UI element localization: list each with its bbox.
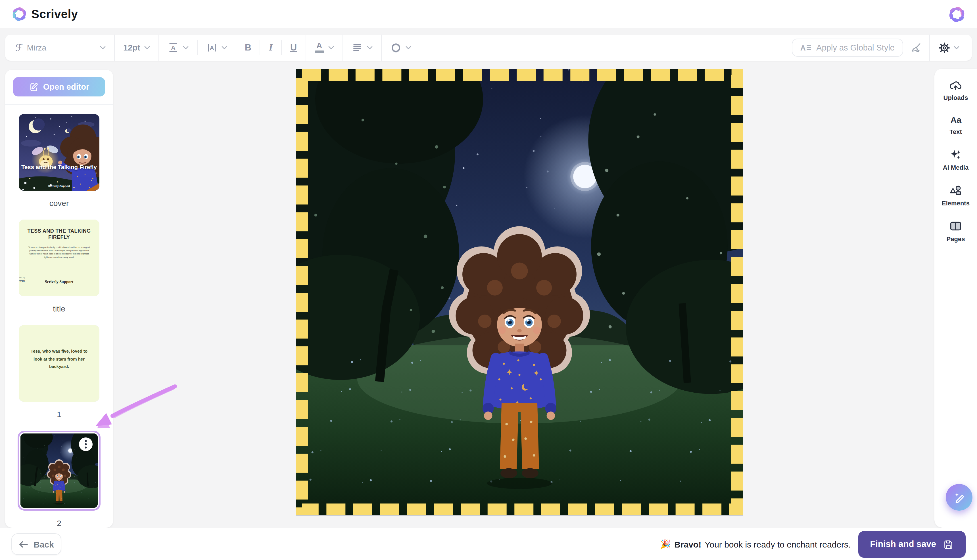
page-thumbnail-list: Tess and the Talking Firefly Scrively Su… [5,105,113,528]
cover-title-text: Tess and the Talking Firefly [20,164,98,171]
publisher-block: Published by Scrively [19,276,39,282]
cover-thumbnail[interactable]: Tess and the Talking Firefly Scrively Su… [19,114,99,191]
underline-button[interactable]: U [282,35,305,61]
cloud-upload-icon [949,79,963,92]
align-button[interactable] [343,35,381,61]
page-options-button[interactable] [79,437,93,451]
chevron-down-icon [328,46,334,49]
back-label: Back [33,539,54,549]
kebab-menu-icon [85,440,87,449]
svg-text:Aa: Aa [950,115,961,125]
svg-text:A: A [209,45,214,51]
text-color-button[interactable]: A [306,35,342,61]
line-height-icon: A [167,42,179,53]
back-button[interactable]: Back [12,533,61,555]
finish-save-label: Finish and save [870,539,936,549]
circle-outline-icon [390,42,401,53]
finish-save-button[interactable]: Finish and save [858,531,965,557]
rail-label: Pages [947,235,965,242]
open-editor-section: Open editor [5,70,113,105]
font-family-icon: ℱ [15,42,23,53]
chevron-down-icon [405,46,411,49]
text-style-icon: A [800,43,811,52]
rail-item-pages[interactable]: Pages [934,216,977,246]
book-page-canvas[interactable] [295,68,744,516]
letter-spacing-icon: A [206,42,217,53]
bold-icon: B [245,43,251,53]
letter-spacing-button[interactable]: A [198,35,236,61]
status-text: Your book is ready to enchant readers. [704,539,851,549]
cover-art: Tess and the Talking Firefly Scrively Su… [19,114,99,191]
sparkle-pencil-icon [953,491,965,504]
scrively-logo-icon [12,7,26,21]
page-label: 1 [57,410,61,419]
page-label: 2 [57,518,61,528]
sparkles-icon [949,148,962,161]
shape-stroke-button[interactable] [381,35,420,61]
ai-edit-fab[interactable] [946,484,972,511]
page-1-art: Tess, who was five, loved to look at the… [19,325,99,402]
page-label: title [53,304,65,313]
font-size-value: 12pt [123,43,140,52]
title-page-heading: TESS AND THE TALKING FIREFLY [19,228,99,240]
clear-formatting-button[interactable] [903,35,929,61]
chevron-down-icon [144,46,150,49]
font-family-select[interactable]: ℱ Mirza [5,35,114,61]
page-2-thumbnail-selected[interactable] [18,431,100,511]
rail-label: Text [949,128,962,135]
page-item-cover: Tess and the Talking Firefly Scrively Su… [19,114,99,208]
tools-rail: Uploads Aa Text AI Media [934,68,977,528]
footer-bar: Back 🎉 Bravo! Your book is ready to ench… [0,528,977,560]
rail-item-uploads[interactable]: Uploads [934,75,977,104]
rail-item-elements[interactable]: Elements [934,180,977,210]
rail-label: Uploads [944,94,968,101]
rail-item-text[interactable]: Aa Text [934,111,977,138]
settings-menu-button[interactable] [930,35,969,61]
chevron-down-icon [221,46,227,49]
pages-sidebar: Open editor [5,70,113,528]
app-window: Scrively ℱ Mirza 12pt [0,0,977,560]
brand-name: Scrively [31,7,78,21]
rail-item-ai-media[interactable]: AI Media [934,145,977,174]
shapes-icon [949,184,962,197]
underline-icon: U [290,43,297,53]
rail-label: Elements [942,200,970,207]
title-page-blurb: Tess never imagined a firefly could talk… [19,245,99,259]
svg-text:A: A [171,44,175,51]
apply-global-style-button[interactable]: A Apply as Global Style [792,38,903,57]
editor-canvas[interactable] [295,68,744,516]
chevron-down-icon [366,46,372,49]
text-icon: Aa [948,114,963,125]
format-toolbar: ℱ Mirza 12pt A A B I [5,35,972,61]
font-size-select[interactable]: 12pt [115,35,159,61]
line-height-button[interactable]: A [159,35,197,61]
page-1-text: Tess, who was five, loved to look at the… [19,348,99,370]
page-label: cover [49,198,69,208]
scrively-mark-icon[interactable] [949,7,965,22]
chevron-down-icon [100,46,105,49]
page-1-thumbnail[interactable]: Tess, who was five, loved to look at the… [19,325,99,402]
page-item-1: Tess, who was five, loved to look at the… [19,325,99,419]
cover-author-text: Scrively Support [48,184,70,188]
align-icon [351,42,363,53]
open-editor-button[interactable]: Open editor [13,77,105,97]
top-bar: Scrively [0,0,977,28]
publisher-name: Scrively [19,280,25,282]
svg-text:A: A [800,44,806,52]
open-editor-label: Open editor [43,82,89,92]
edit-document-icon [29,82,38,92]
status-bold: Bravo! [674,539,701,549]
chevron-down-icon [954,46,959,49]
divider [420,35,420,61]
title-thumbnail[interactable]: TESS AND THE TALKING FIREFLY Tess never … [19,220,99,296]
broom-icon [910,42,922,53]
bold-button[interactable]: B [236,35,260,61]
chevron-down-icon [183,46,189,49]
rail-label: AI Media [943,164,969,171]
italic-button[interactable]: I [261,35,281,61]
arrow-left-icon [19,540,28,548]
title-page-art: TESS AND THE TALKING FIREFLY Tess never … [19,220,99,296]
apply-global-style-label: Apply as Global Style [816,43,895,52]
brand[interactable]: Scrively [12,7,78,21]
status-message: 🎉 Bravo! Your book is ready to enchant r… [660,539,851,549]
